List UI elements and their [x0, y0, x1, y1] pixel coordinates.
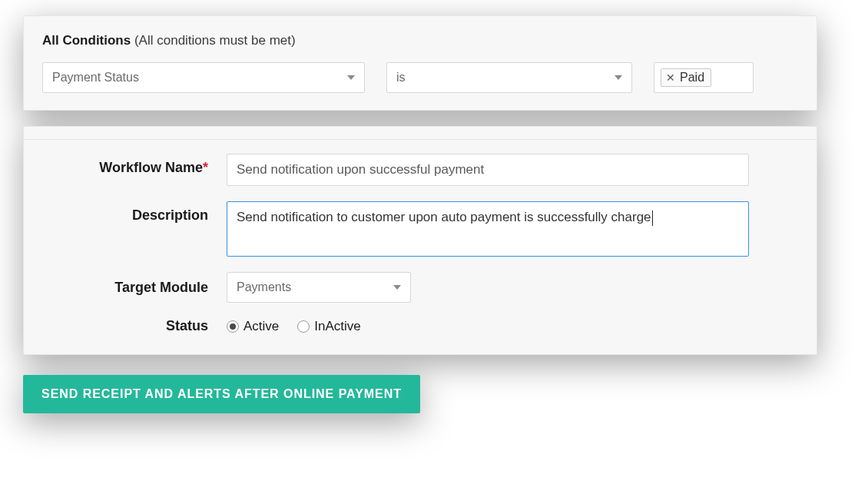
send-receipt-button[interactable]: Send receipt and alerts after online pay… [23, 375, 420, 413]
condition-operator-value: is [396, 71, 406, 85]
row-target-module: Target Module Payments [42, 272, 798, 303]
conditions-heading: All Conditions (All conditions must be m… [42, 33, 798, 48]
description-textarea[interactable]: Send notification to customer upon auto … [227, 201, 749, 257]
radio-icon [297, 320, 310, 333]
status-inactive-radio[interactable]: InActive [297, 319, 360, 334]
value-chip-label: Paid [680, 71, 704, 85]
chevron-down-icon [393, 285, 401, 290]
workflow-name-input[interactable] [227, 154, 749, 186]
condition-operator-select[interactable]: is [386, 62, 632, 93]
condition-row: Payment Status is ✕ Paid [42, 62, 798, 93]
status-active-radio[interactable]: Active [227, 319, 279, 334]
workflow-form-card: Workflow Name* Description Send notifica… [23, 126, 817, 355]
chevron-down-icon [347, 75, 355, 80]
row-workflow-name: Workflow Name* [42, 154, 798, 186]
conditions-heading-strong: All Conditions [42, 33, 131, 48]
conditions-card: All Conditions (All conditions must be m… [23, 15, 817, 111]
status-radio-group: Active InActive [227, 319, 361, 334]
workflow-name-label: Workflow Name* [42, 154, 227, 176]
status-active-label: Active [244, 319, 279, 334]
radio-icon [227, 320, 239, 333]
required-marker: * [203, 160, 208, 175]
divider [24, 139, 817, 140]
conditions-heading-hint: (All conditions must be met) [131, 33, 295, 48]
condition-field-value: Payment Status [52, 71, 139, 85]
row-description: Description Send notification to custome… [42, 201, 798, 257]
chevron-down-icon [615, 75, 622, 80]
status-inactive-label: InActive [314, 319, 360, 334]
value-chip[interactable]: ✕ Paid [661, 68, 711, 87]
description-label: Description [42, 201, 227, 224]
row-status: Status Active InActive [42, 318, 798, 334]
target-module-value: Payments [237, 280, 291, 294]
status-label: Status [42, 318, 227, 334]
condition-field-select[interactable]: Payment Status [42, 62, 365, 93]
condition-value-input[interactable]: ✕ Paid [654, 62, 754, 93]
target-module-select[interactable]: Payments [227, 272, 411, 303]
remove-chip-icon[interactable]: ✕ [666, 72, 675, 83]
target-module-label: Target Module [42, 280, 227, 296]
